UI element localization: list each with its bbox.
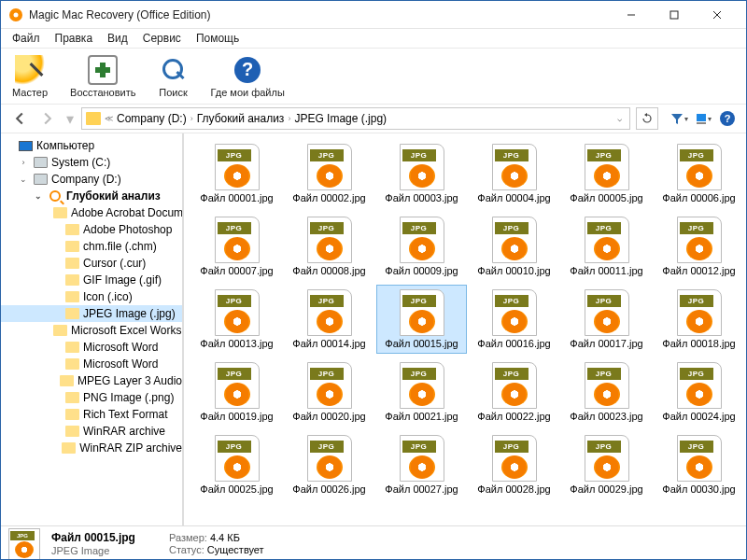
tree-folder-item[interactable]: Rich Text Format <box>1 406 182 423</box>
file-item[interactable]: JPGФайл 00023.jpg <box>561 357 652 427</box>
address-bar: ▾ ≪ Company (D:) › Глубокий анализ › JPE… <box>1 104 746 133</box>
file-grid[interactable]: JPGФайл 00001.jpgJPGФайл 00002.jpgJPGФай… <box>184 133 746 525</box>
tree-label: Adobe Acrobat Document <box>71 206 184 219</box>
menu-file[interactable]: Файл <box>5 30 48 47</box>
file-item[interactable]: JPGФайл 00028.jpg <box>469 430 559 499</box>
folder-icon <box>60 375 74 386</box>
tree-folder-item[interactable]: WinRAR archive <box>1 423 182 440</box>
file-item[interactable]: JPGФайл 00017.jpg <box>561 285 652 354</box>
chevron-right-icon: › <box>288 114 290 123</box>
window-controls <box>610 1 739 29</box>
tree-folder-item[interactable]: JPEG Image (.jpg) <box>1 305 182 322</box>
view-mode-button[interactable]: ▾ <box>692 107 714 130</box>
file-item[interactable]: JPGФайл 00009.jpg <box>376 212 467 281</box>
file-item[interactable]: JPGФайл 00015.jpg <box>376 285 467 354</box>
tree-folder-item[interactable]: Microsoft Word <box>1 339 182 356</box>
path-seg-1[interactable]: Company (D:) <box>117 112 187 125</box>
medkit-icon <box>88 55 118 85</box>
tree-node-company-d[interactable]: ⌄Company (D:) <box>1 171 182 188</box>
file-item[interactable]: JPGФайл 00019.jpg <box>191 357 282 427</box>
help-button[interactable]: ? <box>716 107 739 130</box>
tree-folder-item[interactable]: Microsoft Word <box>1 356 182 372</box>
folder-icon <box>65 392 79 403</box>
folder-icon <box>53 207 67 218</box>
jpg-badge: JPG <box>402 368 436 380</box>
file-label: Файл 00027.jpg <box>385 483 458 495</box>
folder-icon <box>65 409 79 420</box>
svg-rect-7 <box>697 122 706 124</box>
file-item[interactable]: JPGФайл 00007.jpg <box>191 212 282 281</box>
file-item[interactable]: JPGФайл 00005.jpg <box>561 139 652 208</box>
file-item[interactable]: JPGФайл 00030.jpg <box>654 430 744 499</box>
maximize-button[interactable] <box>653 1 696 29</box>
tree-node-deep-analysis[interactable]: ⌄Глубокий анализ <box>1 188 182 204</box>
tree-folder-item[interactable]: GIF Image (.gif) <box>1 272 182 288</box>
file-item[interactable]: JPGФайл 00025.jpg <box>191 430 282 499</box>
file-item[interactable]: JPGФайл 00013.jpg <box>191 285 282 354</box>
svg-rect-3 <box>670 11 678 19</box>
close-button[interactable] <box>696 1 739 29</box>
file-item[interactable]: JPGФайл 00001.jpg <box>191 139 282 208</box>
file-item[interactable]: JPGФайл 00008.jpg <box>284 212 374 281</box>
tree-folder-item[interactable]: Adobe Photoshop <box>1 221 182 238</box>
back-button[interactable] <box>8 107 31 130</box>
file-item[interactable]: JPGФайл 00020.jpg <box>284 357 374 427</box>
file-item[interactable]: JPGФайл 00024.jpg <box>654 357 744 427</box>
file-thumbnail: JPG <box>215 289 260 336</box>
tree-folder-item[interactable]: MPEG Layer 3 Audio <box>1 372 182 389</box>
tree-folder-item[interactable]: WinRAR ZIP archive <box>1 440 182 456</box>
wizard-button[interactable]: Мастер <box>12 55 48 98</box>
file-item[interactable]: JPGФайл 00002.jpg <box>284 139 374 208</box>
file-item[interactable]: JPGФайл 00021.jpg <box>376 357 467 427</box>
tree-folder-item[interactable]: Microsoft Excel Worksheet <box>1 322 182 339</box>
recover-button[interactable]: Восстановить <box>70 55 135 98</box>
jpg-badge: JPG <box>495 295 529 307</box>
file-item[interactable]: JPGФайл 00014.jpg <box>284 285 374 354</box>
file-item[interactable]: JPGФайл 00006.jpg <box>654 139 744 208</box>
search-button[interactable]: Поиск <box>159 55 189 98</box>
file-thumbnail: JPG <box>492 435 537 482</box>
folder-tree[interactable]: Компьютер ›System (C:) ⌄Company (D:) ⌄Гл… <box>1 133 184 525</box>
path-dropdown[interactable]: ⌵ <box>613 114 626 123</box>
file-item[interactable]: JPGФайл 00018.jpg <box>654 285 744 354</box>
menu-help[interactable]: Помощь <box>189 30 247 47</box>
tree-label: WinRAR ZIP archive <box>79 441 182 455</box>
tree-label: WinRAR archive <box>83 425 165 438</box>
file-item[interactable]: JPGФайл 00012.jpg <box>654 212 744 281</box>
file-item[interactable]: JPGФайл 00004.jpg <box>469 139 559 208</box>
status-value: Существует <box>207 544 264 555</box>
file-thumbnail: JPG <box>307 144 352 190</box>
tree-label: Microsoft Excel Worksheet <box>71 324 184 337</box>
where-label: Где мои файлы <box>211 87 285 98</box>
file-item[interactable]: JPGФайл 00027.jpg <box>376 430 467 499</box>
tree-node-computer[interactable]: Компьютер <box>1 137 182 154</box>
forward-button[interactable] <box>36 107 59 130</box>
menu-service[interactable]: Сервис <box>135 30 189 47</box>
file-item[interactable]: JPGФайл 00011.jpg <box>561 212 652 281</box>
path-seg-3[interactable]: JPEG Image (.jpg) <box>294 112 387 125</box>
file-item[interactable]: JPGФайл 00016.jpg <box>469 285 559 354</box>
file-item[interactable]: JPGФайл 00010.jpg <box>469 212 559 281</box>
history-dropdown[interactable]: ▾ <box>64 107 76 130</box>
details-filename: Файл 00015.jpg <box>51 531 135 544</box>
refresh-button[interactable] <box>636 107 658 130</box>
menu-edit[interactable]: Правка <box>48 30 101 47</box>
breadcrumb[interactable]: ≪ Company (D:) › Глубокий анализ › JPEG … <box>81 107 630 130</box>
tree-node-system-c[interactable]: ›System (C:) <box>1 154 182 171</box>
path-seg-2[interactable]: Глубокий анализ <box>197 112 285 125</box>
jpg-badge: JPG <box>680 222 713 234</box>
tree-folder-item[interactable]: Cursor (.cur) <box>1 255 182 272</box>
file-item[interactable]: JPGФайл 00026.jpg <box>284 430 374 499</box>
filter-button[interactable]: ▾ <box>668 107 690 130</box>
tree-folder-item[interactable]: PNG Image (.png) <box>1 389 182 406</box>
tree-folder-item[interactable]: Adobe Acrobat Document <box>1 204 182 221</box>
jpg-badge: JPG <box>587 441 621 453</box>
tree-folder-item[interactable]: Icon (.ico) <box>1 288 182 305</box>
where-files-button[interactable]: ? Где мои файлы <box>211 55 285 98</box>
file-item[interactable]: JPGФайл 00022.jpg <box>469 357 559 427</box>
menu-view[interactable]: Вид <box>100 30 135 47</box>
file-item[interactable]: JPGФайл 00003.jpg <box>376 139 467 208</box>
minimize-button[interactable] <box>610 1 653 29</box>
file-item[interactable]: JPGФайл 00029.jpg <box>561 430 652 499</box>
tree-folder-item[interactable]: chm.file (.chm) <box>1 238 182 255</box>
